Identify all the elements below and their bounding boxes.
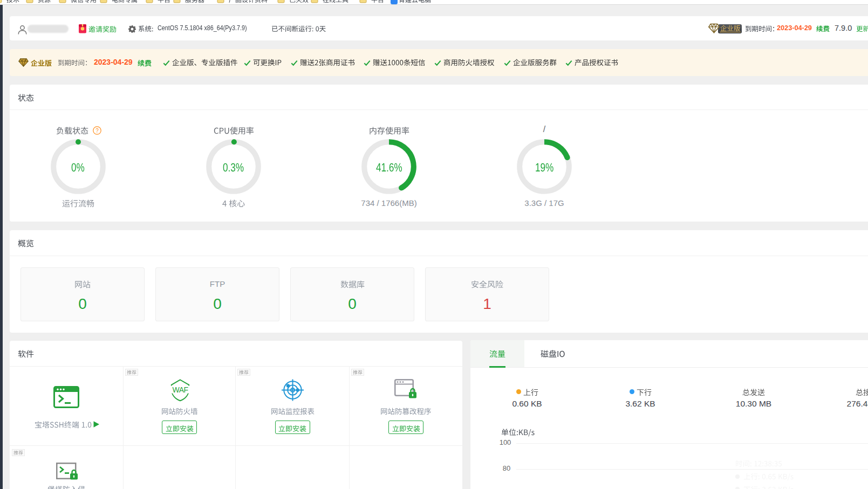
svg-text:?: ?	[95, 128, 99, 134]
svg-text:WAF: WAF	[172, 385, 188, 394]
